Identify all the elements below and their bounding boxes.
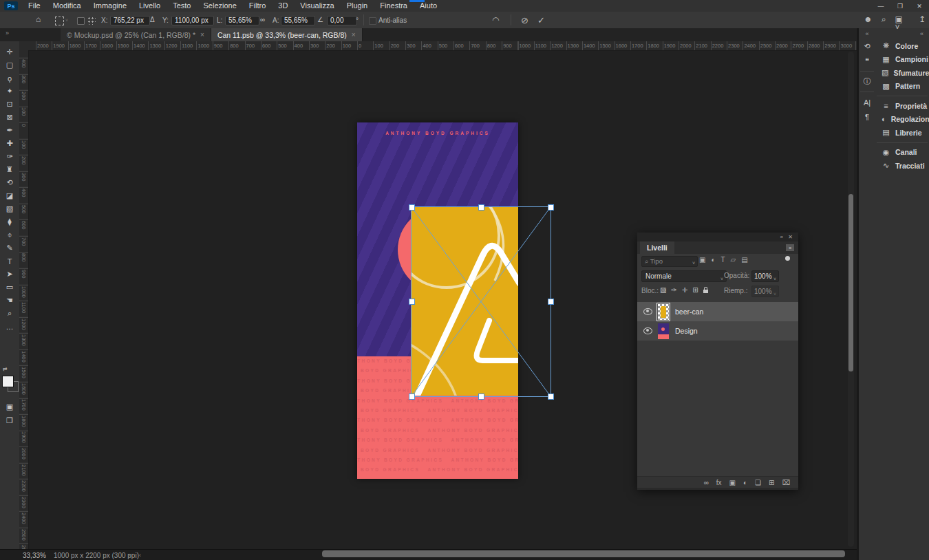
paragraph-panel-icon[interactable]: ¶ [859, 109, 875, 124]
menu-selezione[interactable]: Selezione [197, 0, 242, 12]
search-icon[interactable]: ⌕ [882, 15, 886, 32]
menu-livello[interactable]: Livello [133, 0, 167, 12]
menu-testo[interactable]: Testo [167, 0, 197, 12]
cancel-transform-icon[interactable]: ⊘ [521, 16, 528, 25]
marquee-tool[interactable]: ▢ [0, 58, 19, 72]
menu-modifica[interactable]: Modifica [47, 0, 87, 12]
rotation-field[interactable]: 0,00 [327, 16, 357, 25]
screen-mode-icon[interactable]: ❐ [0, 414, 19, 427]
menu-file[interactable]: File [22, 0, 47, 12]
reference-point-checkbox[interactable] [77, 17, 85, 25]
crop-tool[interactable]: ⊡ [0, 98, 19, 111]
lock-transparency-icon[interactable]: ▨ [660, 286, 666, 294]
object-selection-tool[interactable]: ✦ [0, 85, 19, 98]
zoom-level[interactable]: 33,33% [23, 552, 46, 559]
horizontal-scrollbar-thumb[interactable] [322, 550, 845, 557]
lock-all-icon[interactable] [703, 290, 708, 293]
new-group-button[interactable]: ❏ [755, 479, 761, 486]
status-options-arrow[interactable]: › [128, 552, 130, 559]
menu-filtro[interactable]: Filtro [243, 0, 272, 12]
vertical-scrollbar-thumb[interactable] [848, 194, 853, 371]
transform-handle[interactable] [409, 299, 415, 305]
rectangle-tool[interactable]: ▭ [0, 281, 19, 294]
panel-campioni[interactable]: ▦Campioni [875, 53, 929, 67]
panel-sfumature[interactable]: ▧Sfumature [875, 66, 929, 80]
type-tool[interactable]: T [0, 255, 19, 268]
layer-visibility-icon[interactable] [643, 327, 652, 334]
foreground-color-swatch[interactable] [2, 376, 14, 387]
vertical-ruler[interactable]: 4003002001000100200300400500600700800900… [19, 50, 29, 549]
layer-filter-search[interactable]: ⌕ Tipo˅ [641, 256, 698, 267]
document-tab-1[interactable]: © Mockup.psd @ 25% (Can 1, RGB/8) *× [61, 28, 211, 41]
home-icon[interactable]: ⌂ [36, 15, 41, 23]
info-panel-icon[interactable]: ⓘ [859, 74, 875, 89]
layers-tab[interactable]: Livelli [640, 241, 674, 254]
link-layers-button[interactable]: ∞ [704, 479, 709, 486]
panel-proprieta[interactable]: ≡Proprietà [875, 99, 929, 113]
restore-button[interactable]: ❐ [890, 0, 910, 12]
close-button[interactable]: ✕ [910, 0, 929, 12]
transform-handle[interactable] [409, 394, 415, 400]
panel-pattern[interactable]: ▩Pattern [875, 80, 929, 94]
collapse-panel-icon[interactable]: « [780, 234, 783, 240]
panel-regolazioni[interactable]: ◐Regolazioni [875, 113, 929, 127]
y-position-field[interactable]: 1100,00 px [171, 16, 214, 25]
eraser-tool[interactable]: ◪ [0, 189, 19, 202]
transform-handle[interactable] [409, 204, 415, 211]
frame-tool[interactable]: ⊠ [0, 111, 19, 124]
close-panel-icon[interactable]: ✕ [788, 234, 793, 240]
commit-transform-icon[interactable]: ✓ [537, 16, 545, 25]
layer-thumbnail[interactable] [658, 323, 669, 339]
healing-brush-tool[interactable]: ✚ [0, 137, 19, 150]
relative-positioning-icon[interactable]: Δ [150, 17, 155, 23]
swap-colors-icon[interactable]: ⇄ [3, 366, 8, 372]
pen-tool[interactable]: ✎ [0, 241, 19, 255]
transform-handle[interactable] [478, 394, 484, 400]
transform-handle[interactable] [548, 299, 554, 305]
toolbar-overflow-icon[interactable]: » [6, 30, 9, 36]
quick-mask-icon[interactable]: ▣ [0, 400, 19, 413]
workspace-icon[interactable]: ▣ ˅ [895, 15, 910, 32]
width-scale-field[interactable]: 55,65% [225, 16, 259, 25]
lasso-tool[interactable]: ϙ [0, 72, 19, 85]
tool-preset-caret-icon[interactable]: ˅ [65, 18, 68, 23]
panel-colore[interactable]: ❋Colore [875, 39, 929, 53]
panel-menu-icon[interactable]: ≡ [786, 244, 794, 251]
menu-plugin[interactable]: Plugin [341, 0, 374, 12]
gradient-tool[interactable]: ▧ [0, 202, 19, 215]
panel-resize-edge[interactable] [637, 488, 798, 490]
menu-visualizza[interactable]: Visualizza [294, 0, 340, 12]
blend-mode-select[interactable]: Normale ˅ [641, 270, 727, 282]
warp-mode-icon[interactable]: ◠ [492, 16, 499, 24]
layer-thumbnail[interactable] [658, 304, 669, 320]
move-tool[interactable]: ✛ [0, 45, 19, 58]
filter-adjustment-layers-icon[interactable]: ◐ [711, 256, 715, 263]
menu-finestra[interactable]: Finestra [374, 0, 414, 12]
transform-handle[interactable] [548, 204, 554, 211]
share-icon[interactable]: ↥ [919, 15, 926, 32]
opacity-field[interactable]: 100% ˅ [751, 270, 779, 282]
x-position-field[interactable]: 765,22 px [110, 16, 150, 25]
tab-close-icon[interactable]: × [352, 31, 356, 39]
layers-panel-header[interactable]: « ✕ [637, 233, 798, 241]
document-tab-2[interactable]: Can 11.psb @ 33,3% (beer-can, RGB/8)× [211, 28, 363, 41]
path-selection-tool[interactable]: ➤ [0, 268, 19, 281]
filter-shape-layers-icon[interactable]: ▱ [731, 256, 736, 263]
history-panel-icon[interactable]: ⟲ [859, 39, 875, 54]
transform-handle[interactable] [548, 394, 554, 400]
character-panel-icon[interactable]: A| [859, 95, 875, 109]
transform-tool-icon[interactable] [55, 17, 64, 25]
blur-tool[interactable]: ⧫ [0, 215, 19, 228]
layer-row-Design[interactable]: Design [637, 321, 798, 341]
menu-3d[interactable]: 3D [272, 0, 294, 12]
reference-point-grid[interactable] [87, 16, 96, 25]
maintain-aspect-ratio-icon[interactable]: ∞ [260, 17, 265, 23]
layer-visibility-icon[interactable] [643, 308, 652, 315]
zoom-tool[interactable]: ⌕ [0, 307, 19, 320]
lock-pixels-icon[interactable]: ✑ [671, 286, 676, 294]
transform-handle[interactable] [478, 204, 484, 211]
add-layer-mask-button[interactable]: ▣ [729, 479, 736, 486]
new-layer-button[interactable]: ⊞ [769, 479, 774, 486]
free-transform-bounding-box[interactable] [411, 206, 551, 397]
panel-tracciati[interactable]: ∿Tracciati [875, 159, 929, 173]
